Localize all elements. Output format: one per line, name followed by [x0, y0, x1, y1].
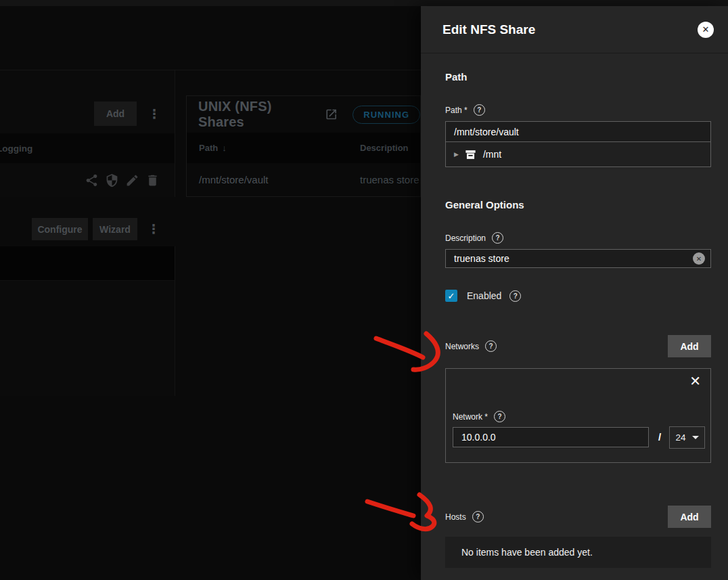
enabled-label: Enabled: [467, 290, 501, 301]
path-section-heading: Path: [445, 71, 711, 83]
prefix-select[interactable]: 24: [669, 426, 705, 449]
close-icon[interactable]: ✕: [698, 22, 714, 38]
networks-header-row: Networks ? Add: [445, 335, 711, 357]
nfs-table-row[interactable]: /mnt/store/vault truenas store: [187, 163, 420, 196]
annotation-arrow-networks: [376, 338, 423, 357]
panel-title: Edit NFS Share: [442, 22, 535, 37]
description-field-wrap: ✕: [445, 249, 711, 268]
network-label: Network *: [453, 412, 488, 422]
sort-desc-icon: ↓: [222, 143, 227, 153]
enabled-checkbox[interactable]: ✓: [445, 290, 457, 302]
cidr-separator: /: [658, 431, 661, 443]
hosts-empty-text: No items have been added yet.: [461, 547, 593, 558]
help-icon[interactable]: ?: [492, 232, 503, 244]
help-icon[interactable]: ?: [474, 104, 485, 116]
add-host-button[interactable]: Add: [668, 506, 711, 528]
path-column-header[interactable]: Path ↓: [199, 143, 360, 153]
path-column-label: Path: [199, 143, 218, 153]
wizard-button[interactable]: Wizard: [93, 218, 137, 240]
network-label-row: Network * ?: [453, 411, 505, 422]
tree-expand-icon[interactable]: ▶: [454, 151, 459, 158]
chevron-down-icon: [692, 436, 699, 439]
external-link-icon[interactable]: [325, 108, 338, 121]
status-badge[interactable]: RUNNING: [352, 106, 420, 124]
background-shares-card: Add ⋮ Logging: [0, 70, 175, 197]
description-input[interactable]: [445, 249, 711, 268]
row-path-cell: /mnt/store/vault: [199, 174, 360, 185]
network-entry-card: ✕ Network * ? / 24: [445, 368, 711, 463]
background-lower-card-header: [0, 246, 175, 281]
nfs-table-header: Path ↓ Description: [187, 133, 420, 163]
description-label-row: Description ?: [445, 232, 711, 244]
kebab-menu-icon[interactable]: ⋮: [144, 218, 163, 240]
help-icon[interactable]: ?: [494, 411, 505, 422]
shield-icon[interactable]: [105, 173, 119, 187]
hosts-header-row: Hosts ? Add: [445, 506, 711, 528]
clear-input-icon[interactable]: ✕: [693, 252, 705, 265]
app-top-strip: [0, 0, 728, 6]
add-network-button[interactable]: Add: [668, 335, 711, 357]
general-options-heading: General Options: [445, 199, 711, 210]
nfs-shares-card: UNIX (NFS) Shares RUNNING Path ↓ Descrip…: [186, 95, 421, 197]
background-table-header: Logging: [0, 133, 175, 163]
hosts-empty-state: No items have been added yet.: [445, 537, 711, 568]
edit-nfs-share-panel: Edit NFS Share ✕ Path Path * ? ▶ /mnt Ge…: [421, 6, 728, 580]
network-input[interactable]: [453, 427, 649, 447]
path-field-label: Path *: [445, 106, 468, 115]
edit-pencil-icon[interactable]: [125, 173, 139, 187]
configure-button[interactable]: Configure: [32, 218, 88, 240]
nfs-card-title: UNIX (NFS) Shares: [198, 99, 318, 130]
nfs-card-title-row: UNIX (NFS) Shares RUNNING: [187, 96, 420, 133]
background-add-button[interactable]: Add: [94, 102, 137, 126]
panel-header: Edit NFS Share ✕: [421, 6, 728, 53]
path-explorer: ▶ /mnt: [445, 121, 711, 167]
annotation-arrow-hosts: [367, 501, 413, 516]
kebab-menu-icon[interactable]: ⋮: [145, 102, 164, 126]
remove-network-icon[interactable]: ✕: [689, 374, 701, 388]
trash-icon[interactable]: [145, 173, 160, 187]
path-input[interactable]: [446, 122, 710, 142]
description-column-header[interactable]: Description: [360, 143, 409, 153]
path-field-label-row: Path * ?: [445, 104, 711, 116]
help-icon[interactable]: ?: [472, 511, 484, 522]
share-icon[interactable]: [85, 173, 99, 187]
tree-node-mnt[interactable]: ▶ /mnt: [446, 142, 710, 166]
help-icon[interactable]: ?: [485, 340, 497, 352]
prefix-value: 24: [675, 432, 685, 443]
networks-label: Networks: [445, 342, 479, 351]
background-lower-card: [0, 246, 175, 396]
hosts-label: Hosts: [445, 512, 466, 522]
logging-column-header[interactable]: Logging: [0, 143, 32, 154]
description-label: Description: [445, 233, 486, 243]
enabled-row: ✓ Enabled ?: [445, 290, 711, 302]
row-action-icons: [0, 163, 175, 197]
tree-node-label: /mnt: [483, 149, 501, 160]
help-icon[interactable]: ?: [509, 290, 521, 302]
row-description-cell: truenas store: [360, 174, 419, 185]
dataset-icon: [464, 148, 477, 161]
panel-body: Path Path * ? ▶ /mnt General Options Des…: [421, 53, 728, 568]
